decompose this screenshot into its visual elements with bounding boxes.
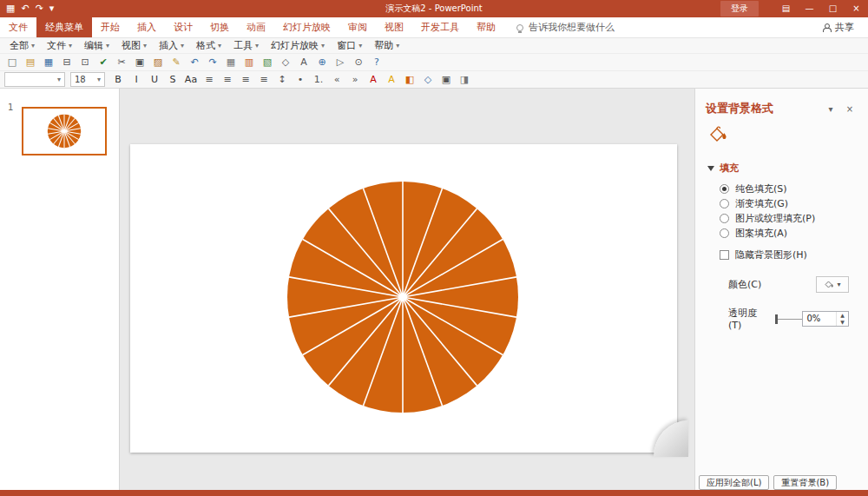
hyperlink-icon[interactable]: ⊕ (314, 55, 330, 69)
insert-table-icon[interactable]: ▦ (223, 55, 239, 69)
format-painter-icon[interactable]: ✎ (168, 55, 184, 69)
save-icon[interactable]: ▦ (6, 0, 15, 17)
tab-file[interactable]: 文件 (0, 17, 36, 37)
open-icon[interactable]: ▤ (23, 55, 38, 69)
print-preview-icon[interactable]: ⊡ (77, 55, 93, 69)
menu-tools[interactable]: 工具 (227, 38, 265, 53)
spin-down-icon[interactable]: ▼ (837, 319, 848, 326)
thumbnail-wheel-shape (23, 109, 105, 154)
transparency-spinner[interactable]: 0% ▲ ▼ (802, 311, 849, 327)
insert-chart-icon[interactable]: ▥ (241, 55, 257, 69)
copy-icon[interactable]: ▣ (132, 55, 148, 69)
menu-format[interactable]: 格式 (190, 38, 227, 53)
align-right-icon[interactable]: ≡ (238, 72, 253, 87)
text-shadow-icon[interactable]: S (165, 72, 181, 87)
line-spacing-icon[interactable]: ↕ (274, 72, 290, 87)
help-icon[interactable]: ? (369, 55, 385, 69)
arrange-icon[interactable]: ▣ (438, 72, 454, 87)
shape-fill-icon[interactable]: ◧ (402, 72, 418, 87)
font-color-icon[interactable]: A (365, 72, 381, 87)
text-box-icon[interactable]: A (296, 55, 312, 69)
color-label: 颜色(C) (728, 278, 761, 291)
redo-icon[interactable]: ↷ (36, 0, 43, 17)
numbering-icon[interactable]: 1. (311, 72, 326, 87)
new-icon[interactable]: □ (4, 55, 20, 69)
maximize-icon[interactable]: □ (821, 0, 845, 17)
close-icon[interactable]: × (845, 0, 868, 17)
tab-classic-menu[interactable]: 经典菜单 (36, 17, 92, 37)
bullets-icon[interactable]: • (293, 72, 308, 87)
undo-icon[interactable]: ↶ (21, 0, 29, 17)
highlight-icon[interactable]: A (384, 72, 399, 87)
hide-background-graphics-checkbox[interactable]: 隐藏背景图形(H) (695, 248, 868, 262)
ribbon-display-options-icon[interactable]: ▤ (774, 0, 798, 17)
cut-icon[interactable]: ✂ (114, 55, 129, 69)
tab-slideshow[interactable]: 幻灯片放映 (274, 17, 339, 37)
pane-close-icon[interactable]: × (842, 104, 858, 114)
formatting-toolbar: 18 BIUSAa≡≡≡≡↕•1.«»AA◧◇▣◨ (0, 71, 868, 89)
option-pattern-fill[interactable]: 图案填充(A) (720, 226, 868, 241)
tab-design[interactable]: 设计 (165, 17, 201, 37)
menu-help[interactable]: 帮助 (368, 38, 405, 53)
menu-view[interactable]: 视图 (115, 38, 153, 53)
transparency-slider[interactable] (775, 314, 802, 324)
fill-section-header[interactable]: 填充 (695, 149, 868, 178)
shape-outline-icon[interactable]: ◇ (420, 72, 436, 87)
align-left-icon[interactable]: ≡ (201, 72, 217, 87)
menu-all[interactable]: 全部 (3, 38, 41, 53)
tell-me-box[interactable]: 告诉我你想要做什么 (516, 17, 615, 37)
increase-indent-icon[interactable]: » (347, 72, 363, 87)
pane-options-chevron-icon[interactable]: ▾ (823, 104, 838, 114)
font-name-combo[interactable] (4, 72, 65, 87)
apply-to-all-button[interactable]: 应用到全部(L) (699, 475, 769, 490)
fill-color-dropdown[interactable]: ▾ (816, 276, 849, 293)
zoom-icon[interactable]: ⊙ (351, 55, 366, 69)
menu-insert[interactable]: 插入 (153, 38, 190, 53)
redo-icon[interactable]: ↷ (205, 55, 220, 69)
slide-surface[interactable] (130, 144, 677, 453)
menu-edit[interactable]: 编辑 (78, 38, 115, 53)
menu-file[interactable]: 文件 (41, 38, 78, 53)
customize-qat-icon[interactable]: ▾ (49, 0, 55, 17)
tab-insert[interactable]: 插入 (128, 17, 165, 37)
slide-1-thumbnail[interactable] (22, 107, 107, 155)
tab-developer[interactable]: 开发工具 (412, 17, 468, 37)
print-icon[interactable]: ⊟ (59, 55, 75, 69)
share-button[interactable]: 共享 (822, 17, 868, 37)
font-size-combo[interactable]: 18 (70, 72, 105, 87)
title-bar: ▦↶↷▾ 演示文稿2 - PowerPoint 登录 ▤—□× (0, 0, 868, 17)
tab-review[interactable]: 审阅 (339, 17, 376, 37)
reset-background-button[interactable]: 重置背景(B) (773, 475, 837, 490)
option-solid-fill[interactable]: 纯色填充(S) (720, 182, 868, 196)
insert-shapes-icon[interactable]: ◇ (278, 55, 293, 69)
spin-up-icon[interactable]: ▲ (837, 312, 848, 319)
change-case-icon[interactable]: Aa (183, 72, 199, 87)
underline-icon[interactable]: U (147, 72, 162, 87)
quick-styles-icon[interactable]: ◨ (457, 72, 472, 87)
undo-icon[interactable]: ↶ (187, 55, 202, 69)
minimize-icon[interactable]: — (798, 0, 821, 17)
menu-window[interactable]: 窗口 (331, 38, 368, 53)
slide-show-icon[interactable]: ▷ (332, 55, 348, 69)
tab-home[interactable]: 开始 (92, 17, 128, 37)
menu-slideshow[interactable]: 幻灯片放映 (265, 38, 331, 53)
login-button[interactable]: 登录 (720, 1, 759, 17)
tab-view[interactable]: 视图 (376, 17, 412, 37)
decrease-indent-icon[interactable]: « (329, 72, 345, 87)
option-picture-texture-fill[interactable]: 图片或纹理填充(P) (720, 211, 868, 226)
tab-animations[interactable]: 动画 (238, 17, 274, 37)
paste-icon[interactable]: ▨ (150, 55, 166, 69)
option-gradient-fill[interactable]: 渐变填充(G) (720, 196, 868, 211)
italic-icon[interactable]: I (128, 72, 144, 87)
save-icon[interactable]: ▦ (41, 55, 56, 69)
align-center-icon[interactable]: ≡ (220, 72, 235, 87)
spelling-icon[interactable]: ✔ (95, 55, 111, 69)
bold-icon[interactable]: B (110, 72, 126, 87)
tab-transitions[interactable]: 切换 (201, 17, 238, 37)
background-wheel-shape[interactable] (130, 144, 677, 453)
tab-help[interactable]: 帮助 (468, 17, 504, 37)
transparency-label: 透明度(T) (728, 307, 766, 331)
justify-icon[interactable]: ≡ (256, 72, 272, 87)
insert-picture-icon[interactable]: ▧ (260, 55, 275, 69)
classic-menu-bar: 全部文件编辑视图插入格式工具幻灯片放映窗口帮助 (0, 38, 868, 54)
